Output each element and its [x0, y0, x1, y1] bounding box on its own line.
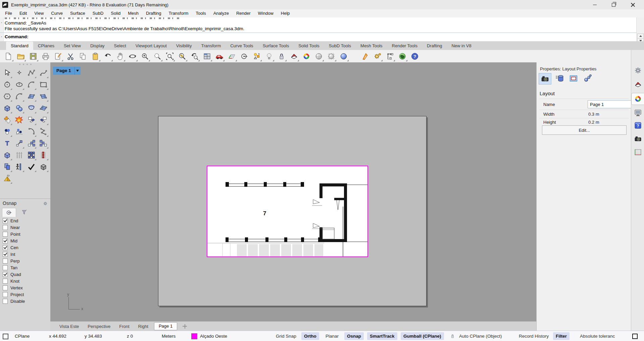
menu-edit[interactable]: Edit	[16, 9, 31, 17]
current-layer-color-swatch[interactable]	[191, 333, 197, 339]
ellipse-tool[interactable]	[13, 79, 25, 91]
zoom-extents-button[interactable]	[165, 52, 174, 61]
edit-layout-button[interactable]: Edit...	[542, 125, 627, 135]
named-positions-tool[interactable]	[13, 161, 25, 173]
toolbar-tab-surface-tools[interactable]: Surface Tools	[258, 42, 294, 50]
patch-surface-tool[interactable]	[37, 102, 49, 114]
revolve-surface-tool[interactable]	[25, 102, 37, 114]
block-definitions-tool[interactable]	[1, 161, 13, 173]
gray-box-tool[interactable]	[37, 161, 49, 173]
arc-tool[interactable]	[25, 79, 37, 91]
command-prompt[interactable]: Command:	[5, 34, 29, 39]
save-button[interactable]	[29, 52, 38, 61]
undo-view-change-button[interactable]	[190, 52, 199, 61]
help-panel-tab[interactable]	[631, 120, 644, 131]
absolute-tolerance-display[interactable]: Absolute toleranc	[577, 332, 617, 340]
osnap-checkbox-knot[interactable]	[3, 279, 8, 284]
grid-panel-tab[interactable]	[631, 147, 644, 158]
surface-from-points-tool[interactable]	[25, 91, 37, 102]
osnap-checkbox-point[interactable]	[3, 232, 8, 237]
gumball-toggle[interactable]: Gumball (CPlane)	[401, 332, 444, 340]
layout-name-input[interactable]	[588, 100, 633, 108]
layout-viewport[interactable]: Page 1	[50, 62, 536, 321]
viewport-tab-right[interactable]: Right	[134, 322, 153, 331]
center-mark-button[interactable]	[240, 52, 249, 61]
open-file-button[interactable]	[16, 52, 25, 61]
explode-tool[interactable]	[13, 114, 25, 126]
named-views-button[interactable]	[215, 52, 224, 61]
width-value[interactable]: 0.3 m	[588, 112, 599, 117]
viewport-properties-tab[interactable]	[539, 73, 551, 84]
toolbar-tab-display[interactable]: Display	[86, 42, 109, 50]
current-layer-name[interactable]: Alçado Oeste	[200, 331, 227, 341]
minimize-button[interactable]	[587, 0, 602, 9]
cplane-button[interactable]	[228, 52, 236, 61]
toolbar-tab-set-view[interactable]: Set View	[59, 42, 86, 50]
paste-button[interactable]	[91, 52, 100, 61]
osnap-checkbox-perp[interactable]	[3, 259, 8, 264]
menu-render[interactable]: Render	[233, 9, 254, 17]
menu-help[interactable]: Help	[277, 9, 294, 17]
point-cloud-tool[interactable]	[13, 126, 25, 137]
dimension-button[interactable]	[386, 52, 394, 61]
toolbar-tab-standard[interactable]: Standard	[6, 42, 33, 50]
toolbar-tab-render-tools[interactable]: Render Tools	[387, 42, 422, 50]
toolbar-tab-drafting[interactable]: Drafting	[422, 42, 447, 50]
new-file-button[interactable]	[4, 52, 13, 61]
solid-box-tool[interactable]	[1, 149, 13, 161]
rectangular-array-tool[interactable]	[25, 149, 37, 161]
grid-snap-toggle[interactable]: Grid Snap	[273, 332, 299, 340]
record-history-toggle[interactable]: Record History	[516, 332, 551, 340]
osnap-checkbox-disable[interactable]	[3, 299, 8, 304]
osnap-checkbox-end[interactable]	[3, 218, 8, 223]
height-value[interactable]: 0.2 m	[588, 120, 599, 125]
osnap-tab-filter[interactable]	[17, 208, 31, 217]
rectangle-tool[interactable]	[37, 79, 49, 91]
menu-file[interactable]: File	[1, 9, 16, 17]
viewport-tab-page-1[interactable]: Page 1	[154, 322, 177, 330]
toolbar-tab-cplanes[interactable]: CPlanes	[33, 42, 59, 50]
command-scroll-up-button[interactable]	[637, 34, 644, 39]
menu-surface[interactable]: Surface	[66, 9, 89, 17]
osnap-checkbox-int[interactable]	[3, 252, 8, 257]
osnap-checkbox-vertex[interactable]	[3, 285, 8, 290]
restore-button[interactable]	[606, 0, 621, 9]
osnap-checkbox-quad[interactable]	[3, 272, 8, 277]
viewport-layout-button[interactable]	[203, 52, 211, 61]
polyline-tool[interactable]	[25, 67, 37, 79]
print-button[interactable]	[41, 52, 50, 61]
select-tool[interactable]	[1, 67, 13, 79]
viewport-title-tab[interactable]: Page 1	[53, 67, 81, 75]
menu-transform[interactable]: Transform	[165, 9, 192, 17]
material-properties-tab[interactable]	[582, 73, 594, 84]
viewport-title-label[interactable]: Page 1	[53, 67, 75, 75]
adjust-curve-tool[interactable]	[25, 126, 37, 137]
osnap-checkbox-cen[interactable]	[3, 245, 8, 250]
zoom-selected-button[interactable]	[178, 52, 187, 61]
polygon-tool[interactable]	[1, 91, 13, 102]
check-objects-tool[interactable]	[25, 161, 37, 173]
menu-window[interactable]: Window	[254, 9, 277, 17]
distribute-tool[interactable]	[13, 149, 25, 161]
rendered-viewport-button[interactable]	[339, 52, 348, 61]
menu-curve[interactable]: Curve	[47, 9, 66, 17]
ortho-toggle[interactable]: Ortho	[301, 332, 319, 340]
color-wheel-button[interactable]	[302, 52, 311, 61]
menu-mesh[interactable]: Mesh	[124, 9, 142, 17]
filter-toggle[interactable]: Filter	[553, 332, 569, 340]
display-panel-tab[interactable]	[631, 93, 644, 105]
sphere-tool[interactable]	[13, 102, 25, 114]
cplane-swatch-icon[interactable]	[3, 334, 8, 339]
notes-button[interactable]	[361, 52, 369, 61]
text-tool[interactable]	[1, 137, 13, 149]
split-tool[interactable]	[37, 114, 49, 126]
lock-button[interactable]	[277, 52, 286, 61]
shaded-viewport-button[interactable]	[314, 52, 323, 61]
help-button[interactable]	[410, 52, 419, 61]
curve-tool[interactable]	[37, 67, 49, 79]
viewport-panel-tab[interactable]	[631, 107, 644, 118]
menu-tools[interactable]: Tools	[192, 9, 209, 17]
visual-tips-tool[interactable]	[1, 173, 13, 184]
layers-panel-tab[interactable]	[631, 79, 644, 90]
boolean-union-tool[interactable]	[1, 126, 13, 137]
